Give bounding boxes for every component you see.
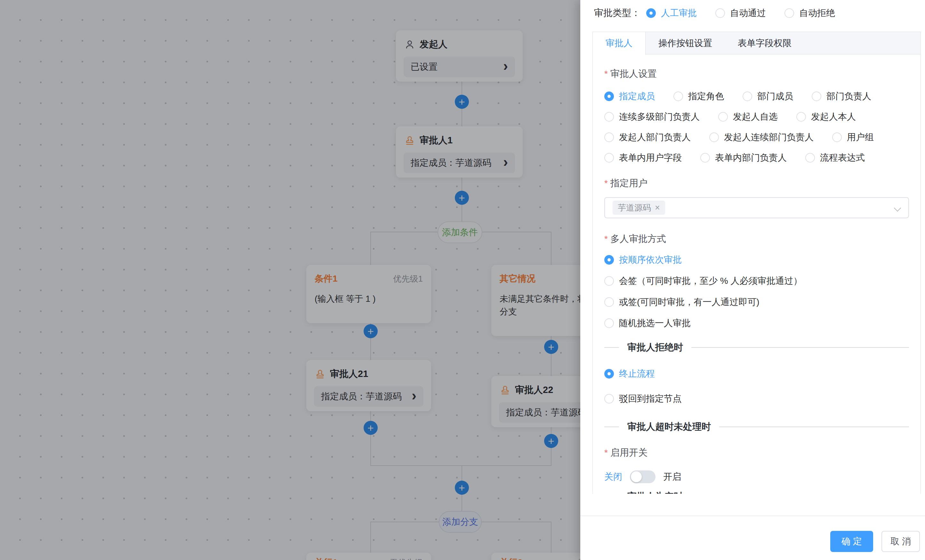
radio-icon [805,153,815,163]
radio-icon [604,92,614,101]
footer-divider [580,515,925,516]
approval-flow-designer: 发起人 已设置 › + 审批人1 指定成员：芋道源码 › [0,0,925,560]
radio-icon [700,153,710,163]
radio-dept-leader[interactable]: 部门负责人 [812,90,871,102]
radio-icon [796,112,806,122]
radio-icon [743,92,752,101]
assigned-user-label: 指定用户 [604,177,909,189]
radio-icon [646,8,656,18]
radio-icon [709,132,719,142]
radio-form-user-field[interactable]: 表单内用户字段 [604,152,682,164]
radio-designated-member[interactable]: 指定成员 [604,90,655,102]
approver-config-drawer: 审批类型： 人工审批 自动通过 自动拒绝 审批人 操作按钮设置 表单字段权限 [580,0,925,560]
section-divider-timeout: 审批人超时未处理时 [604,421,909,433]
radio-icon [604,132,614,142]
radio-icon [604,318,614,328]
switch-on-label: 开启 [663,471,681,483]
radio-icon [718,112,728,122]
radio-icon [604,297,614,307]
multi-approve-label: 多人审批方式 [604,233,909,244]
radio-multi-level-dept-leader[interactable]: 连续多级部门负责人 [604,111,700,123]
radio-process-expression[interactable]: 流程表达式 [805,152,865,164]
section-title: 审批人拒绝时 [627,341,683,354]
radio-initiator-dept-leader[interactable]: 发起人部门负责人 [604,131,691,143]
cancel-button[interactable]: 取 消 [881,531,920,552]
radio-icon [604,153,614,163]
approval-type-row: 审批类型： 人工审批 自动通过 自动拒绝 [594,6,854,21]
approval-type-label: 审批类型： [594,7,640,20]
section-divider-reject: 审批人拒绝时 [604,342,909,353]
tab-form-field-permissions[interactable]: 表单字段权限 [725,32,804,54]
radio-sequential-approve[interactable]: 按顺序依次审批 [604,254,909,266]
enable-toggle[interactable] [630,470,655,483]
radio-manual-approval[interactable]: 人工审批 [646,7,697,19]
radio-icon [716,8,725,18]
radio-icon [604,394,614,403]
assigned-user-select[interactable]: 芋道源码 × [604,197,909,218]
toggle-knob [631,471,642,482]
radio-return-to-node[interactable]: 驳回到指定节点 [604,393,909,405]
tab-bar: 审批人 操作按钮设置 表单字段权限 [593,32,920,54]
radio-user-group[interactable]: 用户组 [832,131,874,143]
approver-setting-label: 审批人设置 [604,68,909,79]
radio-initiator-choose[interactable]: 发起人自选 [718,111,778,123]
radio-designated-role[interactable]: 指定角色 [673,90,724,102]
radio-auto-approve[interactable]: 自动通过 [716,7,766,19]
radio-icon [673,92,683,101]
radio-countersign[interactable]: 会签（可同时审批，至少 % 人必须审批通过） [604,275,909,287]
radio-initiator-multi-dept-leader[interactable]: 发起人连续部门负责人 [709,131,814,143]
section-title: 审批人为空时 [627,490,683,494]
radio-icon [785,8,794,18]
section-title: 审批人超时未处理时 [627,420,711,433]
user-tag-label: 芋道源码 [618,202,651,214]
confirm-button[interactable]: 确 定 [830,531,873,552]
tab-content-approver: 审批人设置 指定成员 指定角色 部门成员 部门负责人 [593,54,920,494]
radio-icon [832,132,842,142]
radio-terminate-process[interactable]: 终止流程 [604,368,909,379]
radio-icon [604,276,614,286]
settings-tabs: 审批人 操作按钮设置 表单字段权限 审批人设置 指定成员 指定角色 部门成员 [592,32,921,494]
switch-off-label: 关闭 [604,471,622,483]
drawer-footer: 确 定 取 消 [830,531,920,552]
radio-initiator-self[interactable]: 发起人本人 [796,111,856,123]
timeout-switch-row: 关闭 开启 [604,470,909,484]
radio-icon [604,255,614,265]
radio-random-one[interactable]: 随机挑选一人审批 [604,318,909,329]
chevron-down-icon [894,205,901,212]
radio-orsign[interactable]: 或签(可同时审批，有一人通过即可) [604,296,909,308]
radio-icon [604,112,614,122]
tab-button-settings[interactable]: 操作按钮设置 [646,32,725,54]
tag-close-icon[interactable]: × [655,203,660,212]
enable-switch-label: 启用开关 [604,447,909,458]
radio-dept-member[interactable]: 部门成员 [743,90,793,102]
tab-approver[interactable]: 审批人 [593,32,646,55]
radio-icon [604,369,614,379]
radio-auto-reject[interactable]: 自动拒绝 [785,7,835,19]
user-tag: 芋道源码 × [613,201,665,215]
radio-icon [812,92,821,101]
radio-form-dept-leader[interactable]: 表单内部门负责人 [700,152,787,164]
section-divider-clipped: 审批人为空时 [604,491,909,494]
